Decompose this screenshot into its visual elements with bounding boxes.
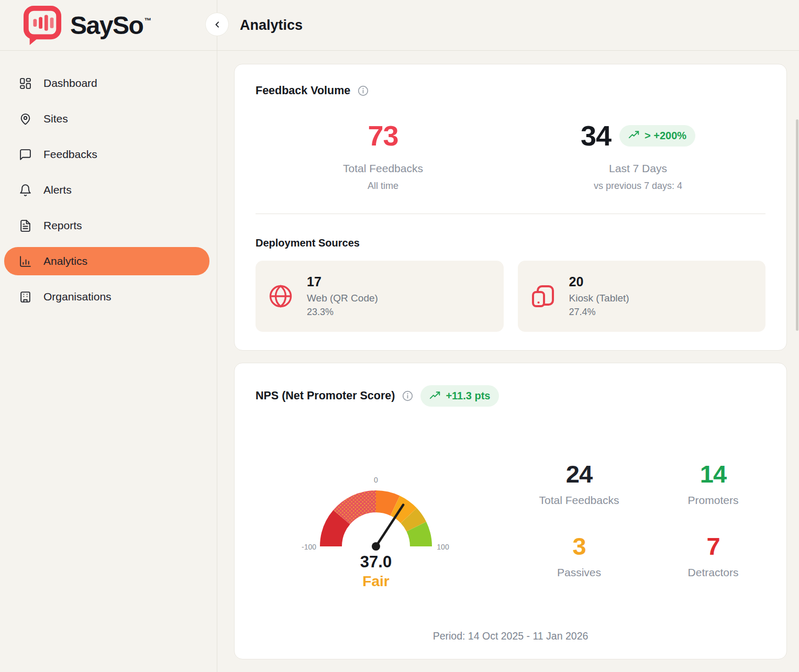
sidebar-item-alerts[interactable]: Alerts: [4, 176, 209, 204]
sidebar-item-sites[interactable]: Sites: [4, 105, 209, 133]
svg-text:-100: -100: [302, 543, 316, 551]
last-7-days-sub: vs previous 7 days: 4: [511, 181, 765, 192]
trend-badge: > +200%: [619, 125, 695, 147]
nps-detractors-label: Detractors: [646, 566, 780, 579]
info-icon[interactable]: [402, 390, 414, 402]
sidebar-nav: Dashboard Sites Feedbacks: [0, 51, 217, 311]
kiosk-source-value: 20: [569, 275, 629, 288]
nps-passives-value: 3: [512, 534, 646, 558]
nps-trend-label: +11.3 pts: [446, 390, 490, 402]
nps-promoters-value: 14: [646, 462, 780, 486]
sidebar-item-dashboard[interactable]: Dashboard: [4, 69, 209, 97]
nps-total-stat: 24 Total Feedbacks: [512, 462, 646, 507]
sidebar-item-analytics[interactable]: Analytics: [4, 247, 209, 275]
nps-passives-stat: 3 Passives: [512, 534, 646, 579]
nps-period: Period: 14 Oct 2025 - 11 Jan 2026: [235, 630, 786, 642]
back-button[interactable]: [205, 13, 229, 36]
map-pin-icon: [19, 113, 32, 126]
building-icon: [19, 290, 32, 304]
nps-trend-badge: +11.3 pts: [420, 385, 499, 407]
kiosk-source-percent: 27.4%: [569, 307, 629, 318]
kiosk-tablet-icon: [530, 284, 556, 309]
analytics-page: SaySo™ Dashboard Sites: [0, 0, 799, 672]
kiosk-source-label: Kiosk (Tablet): [569, 293, 629, 304]
divider: [256, 214, 765, 214]
nps-total-label: Total Feedbacks: [512, 494, 646, 507]
last-7-days-label: Last 7 Days: [511, 162, 765, 175]
total-feedbacks-label: Total Feedbacks: [256, 162, 511, 175]
sidebar-item-organisations[interactable]: Organisations: [4, 283, 209, 311]
last-7-days-value: 34: [581, 121, 611, 150]
globe-icon: [268, 284, 293, 309]
scrollbar-thumb[interactable]: [796, 119, 798, 331]
main-content: Feedback Volume 73 Total Feedbacks All t…: [234, 64, 787, 659]
info-icon[interactable]: [357, 85, 369, 97]
nps-promoters-stat: 14 Promoters: [646, 462, 780, 507]
sidebar-item-label: Organisations: [43, 290, 112, 303]
sidebar-item-label: Reports: [43, 219, 82, 232]
source-card-kiosk: 20 Kiosk (Tablet) 27.4%: [518, 261, 766, 332]
svg-text:Fair: Fair: [362, 573, 389, 589]
sidebar-item-label: Feedbacks: [43, 148, 97, 161]
svg-text:0: 0: [374, 476, 378, 484]
trending-up-icon: [429, 390, 441, 402]
svg-text:37.0: 37.0: [360, 553, 392, 571]
total-feedbacks-sub: All time: [256, 181, 511, 192]
feedback-volume-card: Feedback Volume 73 Total Feedbacks All t…: [234, 64, 787, 351]
total-feedbacks-value: 73: [256, 121, 511, 150]
nps-total-value: 24: [512, 462, 646, 486]
bell-icon: [19, 184, 32, 197]
bar-chart-icon: [19, 255, 32, 268]
dashboard-icon: [19, 77, 32, 90]
trend-badge-label: > +200%: [645, 130, 686, 142]
web-source-label: Web (QR Code): [307, 293, 378, 304]
web-source-percent: 23.3%: [307, 307, 378, 318]
nps-promoters-label: Promoters: [646, 494, 780, 507]
last-7-days-stat: 34 > +200% Last 7 Days vs previous 7 day…: [511, 121, 765, 192]
nps-passives-label: Passives: [512, 566, 646, 579]
chat-bubble-icon: [19, 148, 32, 161]
top-bar: Analytics: [0, 0, 799, 51]
chevron-left-icon: [212, 19, 223, 30]
document-icon: [19, 219, 32, 232]
page-title: Analytics: [240, 0, 303, 51]
nps-title: NPS (Net Promoter Score): [256, 389, 395, 402]
sidebar-item-feedbacks[interactable]: Feedbacks: [4, 140, 209, 169]
nps-detractors-value: 7: [646, 534, 780, 558]
feedback-volume-title: Feedback Volume: [256, 84, 350, 97]
total-feedbacks-stat: 73 Total Feedbacks All time: [256, 121, 511, 192]
svg-text:100: 100: [437, 543, 449, 551]
nps-card: NPS (Net Promoter Score) +11.3 pts: [234, 363, 787, 659]
sidebar-item-label: Alerts: [43, 184, 72, 196]
nps-detractors-stat: 7 Detractors: [646, 534, 780, 579]
trending-up-icon: [628, 130, 640, 141]
sidebar-item-label: Sites: [43, 113, 68, 125]
sidebar-item-label: Analytics: [43, 255, 87, 267]
web-source-value: 17: [307, 275, 378, 288]
nps-gauge: -100010037.0Fair: [292, 468, 460, 589]
sidebar-item-label: Dashboard: [43, 77, 97, 89]
source-card-web: 17 Web (QR Code) 23.3%: [256, 261, 504, 332]
deployment-sources-title: Deployment Sources: [256, 237, 765, 249]
sidebar: SaySo™ Dashboard Sites: [0, 0, 217, 672]
sidebar-item-reports[interactable]: Reports: [4, 211, 209, 240]
nps-stats-grid: 24 Total Feedbacks 14 Promoters 3 Passiv…: [512, 462, 780, 579]
